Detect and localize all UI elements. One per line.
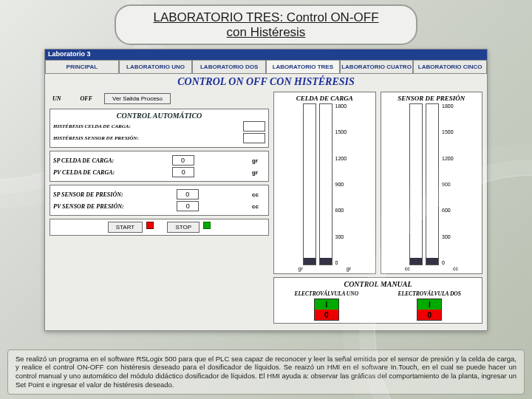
valve-1-switch[interactable]: I 0	[314, 299, 339, 321]
stop-led-icon	[203, 222, 211, 229]
gauge-presion-title: SENSOR DE PRESIÓN	[383, 95, 480, 102]
gauge-celda-unit-a: gr	[299, 266, 303, 271]
gauge-presion-unit-a: cc	[405, 266, 410, 271]
gauge-presion-unit-b: cc	[453, 266, 458, 271]
gauge-presion-panel: SENSOR DE PRESIÓN 18001500 1200900 60030…	[381, 92, 482, 274]
manual-panel-title: CONTROL MANUAL	[277, 280, 479, 288]
pv-celda-label: PV CELDA DE CARGA:	[53, 169, 115, 176]
gauge-celda-bar-pv	[319, 103, 332, 265]
tab-lab-uno[interactable]: LABORATORIO UNO	[119, 60, 193, 73]
hmi-window: Laboratorio 3 PRINCIPAL LABORATORIO UNO …	[44, 49, 488, 331]
hist-presion-input[interactable]	[243, 133, 265, 143]
ver-salida-button[interactable]: Ver Salida Proceso	[104, 93, 171, 104]
gauge-presion-bar-sp	[409, 103, 423, 265]
gauge-celda-unit-b: gr	[347, 266, 351, 271]
gauge-presion-ticks: 18001500 1200900 600300 0	[442, 103, 454, 265]
sp-presion-label: SP SENSOR DE PRESIÓN:	[53, 191, 123, 198]
valve-1-off[interactable]: 0	[315, 310, 338, 320]
tab-lab-cuatro[interactable]: LABORATORIO CUATRO	[340, 60, 414, 73]
off-label: OFF	[81, 95, 92, 102]
presion-panel: SP SENSOR DE PRESIÓN: 0 cc PV SENSOR DE …	[50, 185, 269, 216]
hmi-window-titlebar: Laboratorio 3	[45, 50, 487, 60]
pv-presion-unit: cc	[252, 203, 265, 210]
gauge-presion-bar-pv	[426, 103, 439, 265]
valve-2-label: ELECTROVÁLVULA DOS	[381, 290, 479, 297]
pv-presion-value: 0	[177, 201, 199, 211]
hist-presion-label: HISTÉRESIS SENSOR DE PRESIÓN:	[53, 135, 139, 141]
tab-bar: PRINCIPAL LABORATORIO UNO LABORATORIO DO…	[45, 60, 487, 74]
pv-celda-value: 0	[172, 167, 194, 177]
sp-celda-unit: gr	[252, 157, 265, 164]
gauge-celda-title: CELDA DE CARGA	[276, 95, 372, 102]
slide-title: LABORATORIO TRES: Control ON-OFF con His…	[115, 4, 417, 45]
celda-panel: SP CELDA DE CARGA: 0 gr PV CELDA DE CARG…	[50, 151, 269, 182]
gauge-celda-panel: CELDA DE CARGA 18001500 1200900 600300 0…	[273, 92, 375, 274]
valve-2-on[interactable]: I	[417, 299, 441, 310]
gauge-celda-ticks: 18001500 1200900 600300 0	[335, 103, 347, 265]
start-button[interactable]: START	[108, 222, 143, 233]
valve-1-label: ELECTROVÁLVULA UNO	[277, 290, 375, 297]
auto-panel-title: CONTROL AUTOMÁTICO	[53, 112, 265, 120]
tab-lab-cinco[interactable]: LABORATORIO CINCO	[413, 60, 487, 73]
hist-celda-input[interactable]	[243, 121, 265, 132]
sp-presion-input[interactable]: 0	[177, 189, 199, 200]
hist-celda-label: HISTÉRESIS CELDA DE CARGA:	[53, 123, 131, 129]
start-stop-panel: START STOP	[50, 219, 269, 236]
hmi-page-title: CONTROL ON OFF CON HISTÉRESIS	[45, 74, 487, 90]
valve-2-off[interactable]: 0	[417, 310, 441, 320]
valve-1-on[interactable]: I	[315, 299, 338, 310]
pv-celda-unit: gr	[252, 169, 265, 176]
sp-presion-unit: cc	[252, 191, 265, 198]
gauge-celda-bar-sp	[303, 103, 316, 265]
valve-1: ELECTROVÁLVULA UNO I 0	[277, 290, 375, 321]
slide-caption: Se realizó un programa en el software RS…	[7, 349, 525, 395]
tab-lab-tres[interactable]: LABORATORIO TRES	[266, 60, 340, 73]
sp-celda-input[interactable]: 0	[172, 155, 194, 166]
sp-celda-label: SP CELDA DE CARGA:	[53, 157, 114, 164]
manual-panel: CONTROL MANUAL ELECTROVÁLVULA UNO I 0 EL…	[273, 277, 482, 324]
tab-principal[interactable]: PRINCIPAL	[45, 60, 119, 73]
tab-lab-dos[interactable]: LABORATORIO DOS	[192, 60, 266, 73]
auto-panel: CONTROL AUTOMÁTICO HISTÉRESIS CELDA DE C…	[50, 109, 269, 148]
pv-presion-label: PV SENSOR DE PRESIÓN:	[53, 203, 124, 210]
stop-button[interactable]: STOP	[167, 222, 200, 233]
off-block: UN OFF Ver Salida Proceso	[50, 92, 269, 106]
valve-2-switch[interactable]: I 0	[417, 299, 442, 321]
un-label: UN	[52, 95, 61, 102]
valve-2: ELECTROVÁLVULA DOS I 0	[381, 290, 479, 321]
start-led-icon	[146, 222, 154, 229]
